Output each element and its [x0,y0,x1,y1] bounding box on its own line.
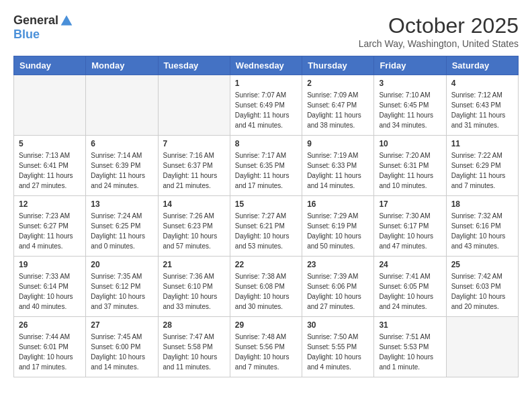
logo-blue-text: Blue [13,28,40,42]
day-info: Sunrise: 7:51 AM Sunset: 5:53 PM Dayligh… [379,332,441,372]
day-info: Sunrise: 7:39 AM Sunset: 6:06 PM Dayligh… [307,271,369,312]
logo-icon [60,14,73,28]
day-info: Sunrise: 7:09 AM Sunset: 6:47 PM Dayligh… [307,90,369,130]
day-number: 27 [91,320,152,330]
calendar-cell: 4Sunrise: 7:12 AM Sunset: 6:43 PM Daylig… [446,75,518,136]
logo-general-text: General [13,13,58,28]
day-number: 13 [91,199,152,209]
calendar-cell: 2Sunrise: 7:09 AM Sunset: 6:47 PM Daylig… [302,75,374,136]
day-number: 2 [307,79,369,88]
svg-marker-0 [61,15,73,25]
calendar-cell: 30Sunrise: 7:50 AM Sunset: 5:55 PM Dayli… [302,317,374,377]
weekday-header-thursday: Thursday [302,56,374,75]
day-number: 15 [235,199,297,209]
page-header: General Blue October 2025 Larch Way, Was… [13,13,519,49]
calendar-week-3: 12Sunrise: 7:23 AM Sunset: 6:27 PM Dayli… [14,196,519,257]
day-number: 26 [19,320,81,330]
day-number: 9 [307,139,369,148]
day-number: 1 [235,79,297,88]
day-info: Sunrise: 7:26 AM Sunset: 6:23 PM Dayligh… [163,211,225,251]
calendar-cell: 1Sunrise: 7:07 AM Sunset: 6:49 PM Daylig… [230,75,302,136]
day-info: Sunrise: 7:23 AM Sunset: 6:27 PM Dayligh… [19,211,81,251]
day-info: Sunrise: 7:24 AM Sunset: 6:25 PM Dayligh… [91,211,152,251]
day-info: Sunrise: 7:42 AM Sunset: 6:03 PM Dayligh… [451,271,513,312]
day-number: 12 [19,199,81,209]
calendar-cell: 29Sunrise: 7:48 AM Sunset: 5:56 PM Dayli… [230,317,302,377]
day-number: 22 [235,260,297,269]
day-info: Sunrise: 7:48 AM Sunset: 5:56 PM Dayligh… [235,332,297,372]
calendar-cell: 17Sunrise: 7:30 AM Sunset: 6:17 PM Dayli… [374,196,446,257]
calendar-cell: 22Sunrise: 7:38 AM Sunset: 6:08 PM Dayli… [230,257,302,317]
day-number: 10 [379,139,441,148]
calendar-cell: 19Sunrise: 7:33 AM Sunset: 6:14 PM Dayli… [14,257,86,317]
weekday-header-friday: Friday [374,56,446,75]
calendar-cell: 27Sunrise: 7:45 AM Sunset: 6:00 PM Dayli… [86,317,158,377]
location: Larch Way, Washington, United States [359,38,519,49]
day-info: Sunrise: 7:33 AM Sunset: 6:14 PM Dayligh… [19,271,81,312]
calendar-cell [14,75,86,136]
calendar-cell: 14Sunrise: 7:26 AM Sunset: 6:23 PM Dayli… [158,196,230,257]
day-number: 17 [379,199,441,209]
day-info: Sunrise: 7:20 AM Sunset: 6:31 PM Dayligh… [379,150,441,191]
day-number: 21 [163,260,225,269]
calendar-cell: 16Sunrise: 7:29 AM Sunset: 6:19 PM Dayli… [302,196,374,257]
day-info: Sunrise: 7:12 AM Sunset: 6:43 PM Dayligh… [451,90,513,130]
day-number: 28 [163,320,225,330]
calendar-cell [86,75,158,136]
calendar-cell: 9Sunrise: 7:19 AM Sunset: 6:33 PM Daylig… [302,136,374,196]
weekday-header-row: SundayMondayTuesdayWednesdayThursdayFrid… [14,56,519,75]
month-title: October 2025 [359,13,519,38]
title-section: October 2025 Larch Way, Washington, Unit… [359,13,519,49]
day-number: 29 [235,320,297,330]
day-info: Sunrise: 7:17 AM Sunset: 6:35 PM Dayligh… [235,150,297,191]
day-number: 6 [91,139,152,148]
day-info: Sunrise: 7:29 AM Sunset: 6:19 PM Dayligh… [307,211,369,251]
calendar-cell: 12Sunrise: 7:23 AM Sunset: 6:27 PM Dayli… [14,196,86,257]
calendar-cell: 8Sunrise: 7:17 AM Sunset: 6:35 PM Daylig… [230,136,302,196]
calendar-cell: 3Sunrise: 7:10 AM Sunset: 6:45 PM Daylig… [374,75,446,136]
day-info: Sunrise: 7:45 AM Sunset: 6:00 PM Dayligh… [91,332,152,372]
day-number: 23 [307,260,369,269]
day-info: Sunrise: 7:44 AM Sunset: 6:01 PM Dayligh… [19,332,81,372]
day-info: Sunrise: 7:35 AM Sunset: 6:12 PM Dayligh… [91,271,152,312]
weekday-header-monday: Monday [86,56,158,75]
calendar-cell: 23Sunrise: 7:39 AM Sunset: 6:06 PM Dayli… [302,257,374,317]
day-info: Sunrise: 7:32 AM Sunset: 6:16 PM Dayligh… [451,211,513,251]
day-info: Sunrise: 7:13 AM Sunset: 6:41 PM Dayligh… [19,150,81,191]
day-info: Sunrise: 7:36 AM Sunset: 6:10 PM Dayligh… [163,271,225,312]
day-number: 30 [307,320,369,330]
weekday-header-wednesday: Wednesday [230,56,302,75]
day-info: Sunrise: 7:30 AM Sunset: 6:17 PM Dayligh… [379,211,441,251]
calendar-cell: 25Sunrise: 7:42 AM Sunset: 6:03 PM Dayli… [446,257,518,317]
calendar-cell: 7Sunrise: 7:16 AM Sunset: 6:37 PM Daylig… [158,136,230,196]
calendar-cell [158,75,230,136]
calendar-cell: 31Sunrise: 7:51 AM Sunset: 5:53 PM Dayli… [374,317,446,377]
calendar-cell: 28Sunrise: 7:47 AM Sunset: 5:58 PM Dayli… [158,317,230,377]
calendar-cell [446,317,518,377]
day-info: Sunrise: 7:10 AM Sunset: 6:45 PM Dayligh… [379,90,441,130]
day-info: Sunrise: 7:22 AM Sunset: 6:29 PM Dayligh… [451,150,513,191]
calendar-week-2: 5Sunrise: 7:13 AM Sunset: 6:41 PM Daylig… [14,136,519,196]
weekday-header-sunday: Sunday [14,56,86,75]
day-number: 31 [379,320,441,330]
logo: General Blue [13,13,73,42]
day-number: 19 [19,260,81,269]
day-number: 24 [379,260,441,269]
calendar-cell: 11Sunrise: 7:22 AM Sunset: 6:29 PM Dayli… [446,136,518,196]
day-info: Sunrise: 7:27 AM Sunset: 6:21 PM Dayligh… [235,211,297,251]
calendar-cell: 5Sunrise: 7:13 AM Sunset: 6:41 PM Daylig… [14,136,86,196]
day-info: Sunrise: 7:50 AM Sunset: 5:55 PM Dayligh… [307,332,369,372]
day-info: Sunrise: 7:19 AM Sunset: 6:33 PM Dayligh… [307,150,369,191]
calendar-table: SundayMondayTuesdayWednesdayThursdayFrid… [13,56,519,377]
weekday-header-tuesday: Tuesday [158,56,230,75]
day-info: Sunrise: 7:07 AM Sunset: 6:49 PM Dayligh… [235,90,297,130]
weekday-header-saturday: Saturday [446,56,518,75]
calendar-week-5: 26Sunrise: 7:44 AM Sunset: 6:01 PM Dayli… [14,317,519,377]
calendar-week-4: 19Sunrise: 7:33 AM Sunset: 6:14 PM Dayli… [14,257,519,317]
day-info: Sunrise: 7:47 AM Sunset: 5:58 PM Dayligh… [163,332,225,372]
calendar-cell: 15Sunrise: 7:27 AM Sunset: 6:21 PM Dayli… [230,196,302,257]
day-number: 25 [451,260,513,269]
day-number: 4 [451,79,513,88]
calendar-cell: 24Sunrise: 7:41 AM Sunset: 6:05 PM Dayli… [374,257,446,317]
day-info: Sunrise: 7:41 AM Sunset: 6:05 PM Dayligh… [379,271,441,312]
